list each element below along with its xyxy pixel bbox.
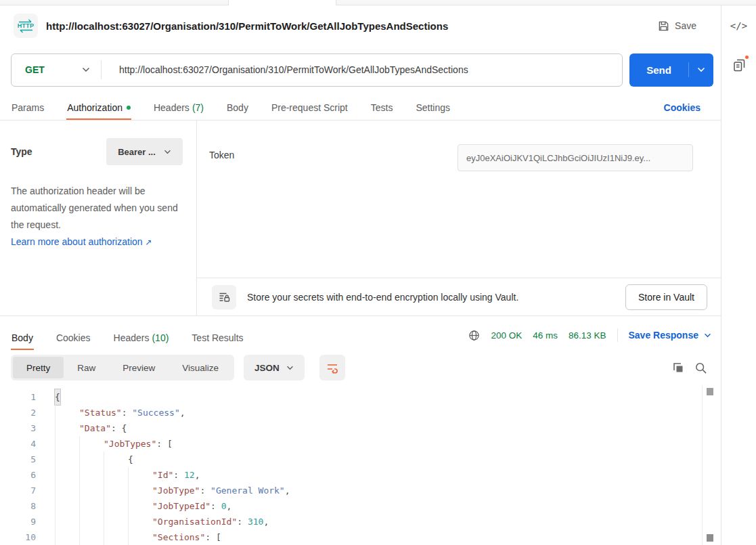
tab-params[interactable]: Params [11,96,45,120]
mode-preview[interactable]: Preview [109,357,169,378]
search-icon[interactable] [694,362,707,374]
status-code: 200 OK [491,330,522,341]
auth-configured-dot [127,106,131,110]
response-tab-test-results[interactable]: Test Results [191,326,244,350]
tab-headers[interactable]: Headers(7) [153,96,204,120]
line-number: 7 [0,483,36,498]
code-line: 1{ [0,389,721,405]
auth-help-text: The authorization header will be automat… [11,183,183,251]
comments-button[interactable] [732,57,747,73]
response-time: 46 ms [533,330,558,341]
response-body-code[interactable]: 1{2"Status": "Success",3"Data": {4"JobTy… [0,389,721,545]
vault-banner: Store your secrets with end-to-end encry… [197,278,721,315]
response-tab-cookies[interactable]: Cookies [55,326,91,350]
request-header: HTTP http://localhost:63027/Organisation… [0,5,721,46]
code-line: 10"Sections": [ [0,529,721,545]
copy-icon[interactable] [671,361,685,374]
code-line: 6"Id": 12, [0,467,721,483]
method-selector[interactable]: GET [12,64,101,75]
chevron-down-icon [164,150,171,154]
chevron-down-icon [82,67,90,72]
headers-count-badge: (7) [192,102,204,113]
learn-more-link[interactable]: Learn more about authorization ↗ [11,234,183,251]
tab-tests[interactable]: Tests [370,96,394,120]
divider [617,328,618,342]
active-request-tab[interactable] [228,0,336,5]
request-tabs: Params Authorization Headers(7) Body Pre… [0,95,721,121]
save-icon [658,20,669,32]
wrap-text-icon [326,361,339,374]
response-toolbar: Pretty Raw Preview Visualize JSON [0,350,721,385]
auth-type-label: Type [11,146,32,157]
mode-pretty[interactable]: Pretty [13,357,64,378]
store-in-vault-button[interactable]: Store in Vault [625,284,707,310]
line-number: 4 [0,436,36,452]
authorization-editor: Type Bearer ... The authorization header… [0,121,721,316]
code-line: 4"JobTypes": [ [0,436,721,452]
url-input[interactable]: http://localhost:63027/Organisation/310/… [102,64,468,75]
code-snippet-button[interactable]: </> [730,20,747,31]
right-sidebar: </> [721,5,756,545]
send-options-chevron-icon[interactable] [689,67,713,72]
send-button[interactable]: Send [629,53,713,87]
response-tab-headers[interactable]: Headers(10) [113,326,170,350]
cookies-link[interactable]: Cookies [664,102,701,120]
language-value: JSON [254,363,280,373]
vault-message: Store your secrets with end-to-end encry… [247,292,518,303]
response-tabs: Body Cookies Headers(10) Test Results [11,326,266,350]
code-line: 9"OrganisationId": 310, [0,514,721,529]
token-label: Token [209,150,234,160]
chevron-down-icon [704,333,711,338]
scrollbar-thumb-bottom[interactable] [707,534,713,542]
request-panel: HTTP http://localhost:63027/Organisation… [0,5,721,545]
line-number: 5 [0,452,36,467]
external-link-icon: ↗ [145,238,152,247]
response-tab-body[interactable]: Body [11,326,34,350]
vault-icon [212,285,236,309]
line-number: 1 [0,389,36,405]
auth-type-value: Bearer ... [118,147,156,157]
app-window: HTTP http://localhost:63027/Organisation… [0,5,756,545]
method-label: GET [25,64,45,75]
line-number: 2 [0,405,36,420]
arrow-left-icon [18,29,33,34]
tab-settings[interactable]: Settings [415,96,451,120]
request-bar: GET http://localhost:63027/Organisation/… [0,46,721,95]
code-line: 3"Data": { [0,420,721,436]
notification-dot [744,54,750,60]
response-size: 86.13 KB [569,330,606,341]
code-line: 8"JobTypeId": 0, [0,498,721,514]
line-number: 8 [0,498,36,514]
mode-visualize[interactable]: Visualize [169,357,232,378]
http-method-icon: HTTP [14,14,38,38]
tab-authorization[interactable]: Authorization [66,96,131,120]
tab-pre-request-script[interactable]: Pre-request Script [271,96,349,120]
view-mode-switch: Pretty Raw Preview Visualize [11,355,234,380]
code-line: 2"Status": "Success", [0,405,721,420]
tab-body[interactable]: Body [226,96,249,120]
workspace-tab-strip [0,0,756,5]
wrap-text-button[interactable] [319,355,345,380]
code-line: 5{ [0,452,721,467]
save-label: Save [675,20,696,31]
language-select[interactable]: JSON [244,355,305,380]
line-number: 6 [0,467,36,483]
save-button[interactable]: Save [658,20,696,32]
request-title: http://localhost:63027/Organisation/310/… [46,20,448,32]
auth-type-select[interactable]: Bearer ... [106,138,183,165]
token-input[interactable]: eyJ0eXAiOiJKV1QiLCJhbGciOiJIUzI1NiJ9.ey.… [458,144,693,171]
scrollbar-track[interactable] [702,385,715,545]
response-meta: 200 OK 46 ms 86.13 KB Save Response [468,328,711,350]
save-response-button[interactable]: Save Response [629,330,712,341]
response-headers-count-badge: (10) [152,332,169,343]
mode-raw[interactable]: Raw [64,357,109,378]
chevron-down-icon [286,366,294,370]
globe-icon [468,330,480,341]
scrollbar-thumb[interactable] [707,388,713,395]
response-header: Body Cookies Headers(10) Test Results 20… [0,316,721,350]
clipboard-icon [732,57,747,73]
line-number: 9 [0,514,36,529]
auth-type-panel: Type Bearer ... The authorization header… [0,121,197,315]
line-number: 10 [0,529,36,545]
response-actions [671,361,707,374]
